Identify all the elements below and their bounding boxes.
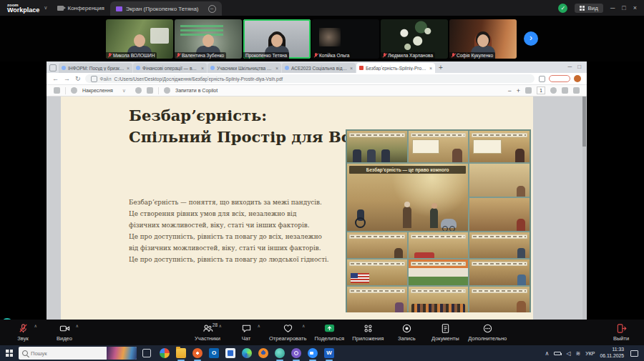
participants-count-badge: 28 [213,322,218,327]
browser-tab[interactable]: Учасники Шкільництва — Осв... × [208,63,281,73]
close-screen-icon[interactable]: − [208,5,216,13]
back-icon[interactable]: ← [52,75,59,82]
draw-tool-label[interactable]: Накреслення [82,88,113,93]
leave-meeting-button[interactable]: Выйти [605,320,637,345]
chevron-up-icon[interactable]: ∧ [219,323,222,328]
audio-button[interactable]: ∧ Звук [7,320,39,345]
language-indicator[interactable]: УКР [585,351,595,356]
apps-button[interactable]: Приложения [352,320,384,345]
participant-video[interactable]: Микола ВОЛОШИН [106,19,173,59]
search-input[interactable] [31,350,102,357]
participant-video-active-speaker[interactable]: Прокопенко Тетяна [243,19,311,59]
browser-app-icon[interactable] [192,348,203,358]
highlighter-icon[interactable] [135,87,142,94]
start-button[interactable] [0,345,19,361]
muted-mic-icon [452,53,455,58]
pen-tool-icon[interactable] [71,87,77,94]
tab-close-icon[interactable]: × [350,66,353,71]
next-participants-button[interactable]: › [524,31,538,46]
video-button[interactable]: ∧ Видео [49,320,80,345]
shared-screen-stage: ІНФОРМ: Посуд у бризках — Б... × Фінансо… [0,61,644,320]
bookmark-icon[interactable] [539,76,545,82]
reload-icon[interactable]: ↻ [75,75,81,82]
tab-close-icon[interactable]: × [429,66,432,71]
download-icon[interactable] [573,87,580,94]
browser-profile-avatar[interactable] [574,75,581,82]
word-app-icon[interactable]: W [324,348,334,358]
taskbar-search[interactable] [19,347,137,360]
view-button[interactable]: Вид [575,4,602,13]
pdf-menu-icon[interactable] [54,87,60,94]
browser-tab-active[interactable]: Безбарʼєрність-Spilniy-Prostir-dlya... × [356,63,435,73]
viber-app-icon[interactable] [291,348,301,358]
file-explorer-icon[interactable] [176,348,186,358]
chevron-up-icon[interactable]: ∧ [302,323,305,328]
chevron-down-icon[interactable]: ∨ [44,5,47,11]
browser-tab[interactable]: ІНФОРМ: Посуд у бризках — Б... × [59,63,132,73]
volume-icon[interactable]: ◁ [566,350,570,357]
print-icon[interactable] [562,87,568,94]
eraser-icon[interactable] [147,87,153,94]
record-button[interactable]: Запись [391,320,422,345]
chevron-up-icon[interactable]: ∧ [34,323,37,328]
tray-expand-icon[interactable]: ∧ [545,350,550,357]
firefox-app-icon[interactable] [258,348,268,358]
browser-tab[interactable]: Фінансові операції — важлив... × [133,63,207,73]
forward-icon[interactable]: → [64,75,70,82]
zoom-in-icon[interactable]: + [517,87,520,94]
chevron-down-icon[interactable]: ∨ [122,88,126,94]
participant-name-badge: Софія Кукуленко [449,52,495,59]
teal-app-icon[interactable] [275,348,285,358]
action-center-icon[interactable] [630,350,638,357]
tab-close-icon[interactable]: × [201,66,204,71]
participant-video[interactable]: Валентина Зубенко [175,19,242,59]
widgets-app-icon[interactable] [160,348,170,358]
tab-meeting[interactable]: Конференция [52,0,109,16]
tab-close-icon[interactable]: × [275,66,278,71]
battery-icon[interactable] [554,352,561,355]
participants-button[interactable]: 28 ∧ Участники [192,320,223,345]
chat-icon [241,323,252,334]
rotate-icon[interactable] [550,87,557,94]
tab-close-icon[interactable]: × [127,66,130,71]
browser-tab[interactable]: АСЕ2023 Соціальна відповід... × [282,63,356,73]
profile-chip[interactable] [549,75,570,82]
edge-app-icon[interactable] [242,348,252,358]
zoom-out-icon[interactable]: − [507,87,511,94]
zoom-app-icon[interactable] [308,348,318,358]
browser-minimize-button[interactable]: ─ [567,64,572,70]
pdf-scrollbar[interactable] [582,97,586,320]
participants-icon [203,323,213,334]
react-button[interactable]: ∧ Отреагировать [269,320,306,345]
url-field[interactable]: Файл C:/Users/User/Desktop/Дослідження/Б… [85,74,535,83]
participant-video[interactable]: Людмила Харланова [381,19,448,59]
fit-page-icon[interactable] [525,87,532,94]
chevron-up-icon[interactable]: ∧ [258,323,260,328]
scrollbar-thumb[interactable] [582,97,586,147]
search-highlight-image[interactable] [107,347,137,360]
chat-button[interactable]: ∧ Чат [230,320,262,345]
chevron-up-icon[interactable]: ∧ [76,323,79,328]
close-button[interactable]: × [633,4,637,11]
tab-search-icon[interactable] [49,64,57,71]
copilot-label[interactable]: Запитати в Copilot [175,88,218,93]
new-tab-button[interactable]: + [439,64,443,71]
video-button-label: Видео [57,335,72,342]
more-button[interactable]: Дополнительно [468,320,507,345]
tab-shared-screen[interactable]: Экран (Прокопенко Тетяна) − [110,1,222,16]
share-screen-button[interactable]: Поделиться [313,320,345,345]
outlook-app-icon[interactable]: O [209,348,219,358]
participant-video[interactable]: Копійка Ольга [312,19,379,59]
network-icon[interactable]: ≋ [576,350,581,357]
taskbar-clock[interactable]: 11:33 06.11.2025 [600,347,624,360]
store-app-icon[interactable] [225,348,235,358]
documents-button[interactable]: Документы [429,320,461,345]
address-text: C:/Users/User/Desktop/Дослідження/Безбар… [114,76,283,81]
page-number-field[interactable]: 1 [537,86,545,94]
participant-video[interactable]: Софія Кукуленко [449,19,517,59]
maximize-button[interactable]: □ [622,4,625,11]
browser-maximize-button[interactable]: □ [577,64,581,70]
security-shield-icon[interactable]: ✓ [558,4,567,13]
task-view-button[interactable] [142,349,151,357]
minimize-button[interactable]: ─ [610,4,615,11]
